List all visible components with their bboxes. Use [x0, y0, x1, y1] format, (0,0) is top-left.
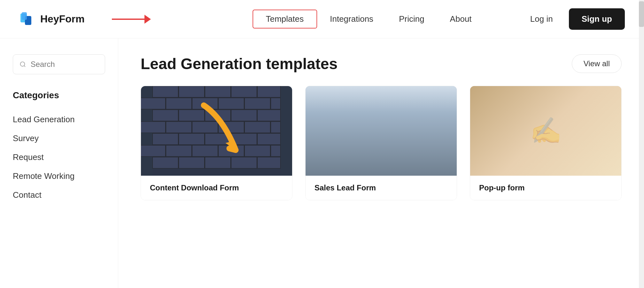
sidebar-item-lead-generation[interactable]: Lead Generation	[13, 110, 105, 129]
svg-rect-11	[141, 98, 166, 109]
signing-svg	[470, 86, 621, 176]
svg-rect-70	[541, 86, 560, 111]
svg-rect-59	[392, 141, 403, 154]
svg-rect-50	[391, 89, 410, 128]
card-body-content-download: Content Download Form	[141, 176, 292, 200]
nav-item-about[interactable]: About	[437, 10, 485, 28]
nav-item-integrations[interactable]: Integrations	[317, 10, 386, 28]
svg-rect-37	[245, 145, 270, 156]
svg-rect-2	[22, 12, 27, 20]
arrow-shaft	[112, 19, 150, 20]
svg-rect-48	[346, 89, 365, 128]
sidebar-item-remote-working[interactable]: Remote Working	[13, 167, 105, 186]
svg-rect-23	[166, 122, 192, 133]
svg-point-74	[542, 110, 548, 116]
svg-rect-35	[192, 145, 218, 156]
card-title-content-download: Content Download Form	[150, 183, 283, 192]
svg-rect-40	[179, 157, 205, 168]
svg-rect-55	[337, 145, 349, 155]
card-sales-lead[interactable]: Sales Lead Form	[305, 86, 457, 200]
svg-rect-63	[384, 147, 397, 155]
svg-rect-38	[271, 145, 281, 156]
cards-grid: Content Download Form	[141, 86, 622, 200]
svg-rect-10	[258, 86, 281, 97]
svg-point-3	[20, 62, 25, 66]
svg-rect-18	[179, 110, 205, 121]
svg-point-72	[533, 107, 548, 120]
svg-rect-27	[271, 122, 281, 133]
svg-rect-22	[141, 122, 166, 133]
svg-rect-57	[363, 142, 374, 152]
logo-text: HeyForm	[40, 13, 85, 25]
svg-line-4	[24, 66, 25, 67]
svg-point-60	[417, 135, 429, 147]
card-body-sales-lead: Sales Lead Form	[306, 176, 457, 200]
svg-rect-46	[317, 86, 445, 131]
svg-rect-15	[245, 98, 270, 109]
svg-rect-28	[153, 133, 178, 145]
svg-rect-62	[359, 148, 372, 156]
svg-point-56	[363, 133, 374, 145]
svg-rect-33	[141, 145, 166, 156]
svg-rect-43	[258, 157, 281, 168]
card-image-signing	[470, 86, 621, 176]
search-box[interactable]	[13, 54, 105, 74]
svg-rect-47	[324, 89, 343, 128]
svg-rect-49	[369, 89, 388, 128]
svg-rect-6	[153, 86, 178, 97]
svg-rect-41	[205, 157, 231, 168]
svg-rect-8	[205, 86, 231, 97]
svg-rect-21	[258, 110, 281, 121]
brick-pattern-svg	[141, 86, 292, 176]
card-image-meeting	[306, 86, 457, 176]
card-content-download[interactable]: Content Download Form	[141, 86, 292, 200]
card-body-popup-form: Pop-up form	[470, 176, 621, 200]
svg-marker-71	[539, 110, 544, 116]
login-button[interactable]: Log in	[524, 10, 559, 28]
header: HeyForm Templates Integrations Pricing A…	[0, 0, 644, 38]
section-title: Lead Generation templates	[141, 55, 338, 73]
svg-point-73	[537, 108, 542, 112]
svg-point-54	[337, 136, 349, 148]
main-layout: Categories Lead Generation Survey Reques…	[0, 38, 644, 288]
svg-rect-26	[245, 122, 270, 133]
svg-rect-65	[501, 96, 591, 166]
nav-item-pricing[interactable]: Pricing	[386, 10, 437, 28]
svg-rect-39	[153, 157, 178, 168]
nav-item-templates[interactable]: Templates	[252, 10, 317, 28]
svg-rect-42	[231, 157, 257, 168]
svg-rect-20	[231, 110, 257, 121]
section-header: Lead Generation templates View all	[141, 54, 622, 73]
sidebar-item-contact[interactable]: Contact	[13, 186, 105, 204]
svg-rect-34	[166, 145, 192, 156]
logo-icon	[19, 11, 36, 28]
sidebar: Categories Lead Generation Survey Reques…	[0, 38, 118, 288]
arrow-annotation	[112, 19, 150, 20]
main-nav: Templates Integrations Pricing About	[252, 10, 485, 28]
svg-rect-7	[179, 86, 205, 97]
search-input[interactable]	[31, 60, 98, 69]
scrollbar[interactable]	[639, 0, 644, 288]
svg-point-58	[392, 132, 403, 144]
svg-rect-16	[271, 98, 281, 109]
svg-rect-51	[413, 89, 432, 128]
svg-rect-64	[482, 86, 610, 176]
sidebar-item-request[interactable]: Request	[13, 148, 105, 167]
svg-rect-17	[153, 110, 178, 121]
view-all-button[interactable]: View all	[572, 54, 622, 73]
signup-button[interactable]: Sign up	[569, 8, 625, 30]
header-actions: Log in Sign up	[524, 8, 625, 30]
logo-area[interactable]: HeyForm	[19, 11, 85, 28]
card-title-sales-lead: Sales Lead Form	[314, 183, 448, 192]
sidebar-item-survey[interactable]: Survey	[13, 129, 105, 148]
search-icon	[19, 60, 26, 68]
card-title-popup-form: Pop-up form	[479, 183, 612, 192]
categories-title: Categories	[13, 90, 105, 100]
svg-rect-12	[166, 98, 192, 109]
card-popup-form[interactable]: Pop-up form	[470, 86, 622, 200]
svg-rect-61	[417, 144, 429, 154]
svg-rect-9	[231, 86, 257, 97]
svg-rect-29	[179, 133, 205, 145]
main-content: Lead Generation templates View all	[118, 38, 644, 288]
svg-rect-24	[192, 122, 218, 133]
